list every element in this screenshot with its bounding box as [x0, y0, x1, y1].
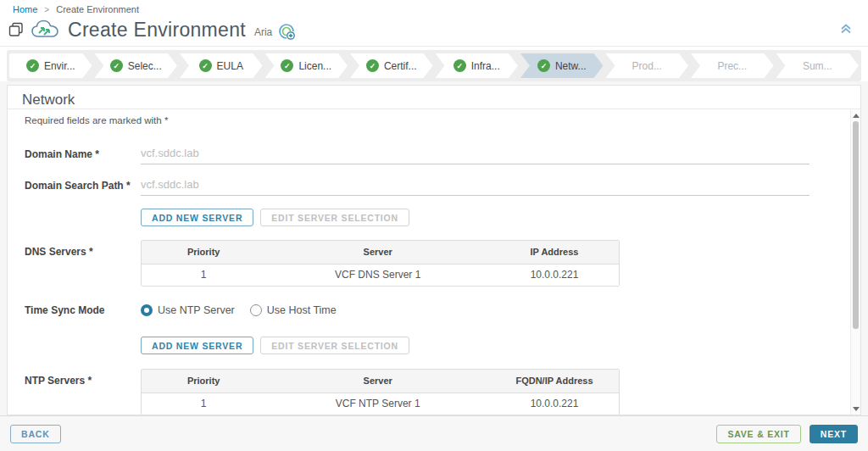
step-label: Netw...: [555, 60, 587, 72]
ntp-buttons-row: ADD NEW SERVER EDIT SERVER SELECTION: [141, 337, 409, 354]
check-icon: ✓: [366, 59, 379, 72]
radio-label: Use Host Time: [267, 304, 337, 316]
dns-row-server: VCF DNS Server 1: [265, 264, 490, 286]
ntp-col-server: Server: [265, 370, 490, 393]
network-form: Required fields are marked with * Domain…: [8, 110, 850, 415]
wizard-stepper: ✓ Envir... ✓ Selec... ✓ EULA ✓ Licen... …: [7, 50, 861, 81]
step-label: Licen...: [298, 60, 331, 72]
domain-name-input[interactable]: [141, 142, 810, 164]
ntp-table-row[interactable]: 1 VCF NTP Server 1 10.0.0.221: [142, 393, 619, 415]
step-label: Certif...: [384, 60, 417, 72]
dns-table-header: Priority Server IP Address: [142, 241, 619, 264]
scroll-up-icon[interactable]: [853, 114, 860, 118]
domain-search-path-row: Domain Search Path *: [25, 174, 810, 196]
ntp-servers-label: NTP Servers *: [25, 375, 92, 387]
save-and-exit-button[interactable]: SAVE & EXIT: [716, 425, 800, 443]
step-summary: Sum...: [776, 53, 860, 78]
dns-add-new-server-button[interactable]: ADD NEW SERVER: [141, 209, 253, 226]
check-icon: ✓: [453, 59, 466, 72]
breadcrumb-home-link[interactable]: Home: [13, 4, 37, 14]
dns-col-ip: IP Address: [490, 241, 619, 264]
check-icon: ✓: [281, 59, 293, 72]
title-bar: Create Environment Aria: [8, 14, 860, 45]
aria-product-icon: [277, 22, 296, 41]
vertical-scrollbar[interactable]: [850, 110, 860, 415]
check-icon: ✓: [199, 59, 212, 72]
step-label: Selec...: [128, 60, 162, 72]
step-certificate[interactable]: ✓ Certif...: [350, 53, 433, 78]
breadcrumb-separator-icon: >: [44, 5, 49, 14]
dns-buttons-row: ADD NEW SERVER EDIT SERVER SELECTION: [141, 209, 409, 226]
ntp-row-priority: 1: [142, 393, 265, 415]
step-environment[interactable]: ✓ Envir...: [9, 53, 92, 78]
time-sync-row: Time Sync Mode Use NTP Server Use Host T…: [25, 304, 337, 316]
time-sync-label: Time Sync Mode: [25, 304, 141, 316]
ntp-add-new-server-button[interactable]: ADD NEW SERVER: [141, 337, 253, 354]
ntp-col-fqdn: FQDN/IP Address: [490, 370, 619, 393]
page-subtitle: Aria: [254, 26, 272, 38]
domain-name-row: Domain Name *: [25, 142, 810, 164]
dns-col-priority: Priority: [142, 241, 265, 264]
ntp-table-header: Priority Server FQDN/IP Address: [142, 370, 619, 393]
next-button[interactable]: NEXT: [810, 425, 858, 443]
ntp-col-priority: Priority: [142, 370, 265, 393]
step-network[interactable]: ✓ Netw...: [520, 53, 604, 78]
dns-row-priority: 1: [142, 264, 265, 286]
header-divider: [0, 46, 868, 47]
time-sync-options: Use NTP Server Use Host Time: [141, 304, 337, 316]
radio-selected-icon: [141, 304, 153, 316]
step-label: Envir...: [44, 60, 75, 72]
section-title: Network: [8, 86, 860, 109]
dns-col-server: Server: [265, 241, 490, 264]
step-select[interactable]: ✓ Selec...: [95, 53, 178, 78]
wizard-footer: BACK SAVE & EXIT NEXT: [0, 415, 868, 451]
check-icon: ✓: [110, 59, 123, 72]
dns-edit-server-selection-button[interactable]: EDIT SERVER SELECTION: [260, 209, 409, 226]
windows-stack-icon: [8, 22, 24, 37]
dns-row-ip: 10.0.0.221: [490, 264, 619, 286]
step-label: Prec...: [717, 60, 747, 72]
double-chevron-up-icon: [839, 22, 853, 36]
step-infrastructure[interactable]: ✓ Infra...: [436, 53, 519, 78]
ntp-row-fqdn: 10.0.0.221: [490, 393, 619, 415]
radio-use-host-time[interactable]: Use Host Time: [250, 304, 337, 316]
step-label: EULA: [217, 60, 243, 72]
dns-servers-label: DNS Servers *: [25, 246, 93, 258]
radio-unselected-icon: [250, 304, 262, 316]
footer-right-buttons: SAVE & EXIT NEXT: [716, 425, 858, 443]
domain-name-label: Domain Name *: [25, 142, 141, 164]
required-fields-note: Required fields are marked with *: [25, 115, 168, 125]
step-products: Prod...: [606, 53, 689, 78]
back-button[interactable]: BACK: [10, 425, 61, 443]
ntp-row-server: VCF NTP Server 1: [265, 393, 490, 415]
scrollbar-thumb[interactable]: [853, 121, 859, 329]
breadcrumb: Home > Create Environment: [13, 4, 139, 14]
cloud-sync-icon: [31, 19, 59, 41]
collapse-header-button[interactable]: [839, 22, 853, 38]
radio-use-ntp-server[interactable]: Use NTP Server: [141, 304, 235, 316]
page-title: Create Environment: [68, 19, 246, 42]
step-eula[interactable]: ✓ EULA: [180, 53, 263, 78]
step-label: Prod...: [632, 60, 662, 72]
network-panel: Network Required fields are marked with …: [7, 85, 861, 415]
step-precheck: Prec...: [691, 53, 774, 78]
domain-search-path-label: Domain Search Path *: [25, 174, 141, 196]
check-icon: ✓: [26, 59, 39, 72]
step-label: Infra...: [471, 60, 500, 72]
step-label: Sum...: [803, 60, 832, 72]
ntp-servers-table: Priority Server FQDN/IP Address 1 VCF NT…: [141, 369, 620, 415]
ntp-edit-server-selection-button[interactable]: EDIT SERVER SELECTION: [260, 337, 409, 354]
radio-label: Use NTP Server: [158, 304, 235, 316]
breadcrumb-current: Create Environment: [56, 4, 139, 14]
domain-search-path-input[interactable]: [141, 174, 810, 196]
scroll-down-icon[interactable]: [853, 407, 860, 411]
dns-table-row[interactable]: 1 VCF DNS Server 1 10.0.0.221: [142, 264, 619, 286]
check-icon: ✓: [537, 59, 550, 72]
step-license[interactable]: ✓ Licen...: [265, 53, 348, 78]
dns-servers-table: Priority Server IP Address 1 VCF DNS Ser…: [141, 240, 620, 287]
